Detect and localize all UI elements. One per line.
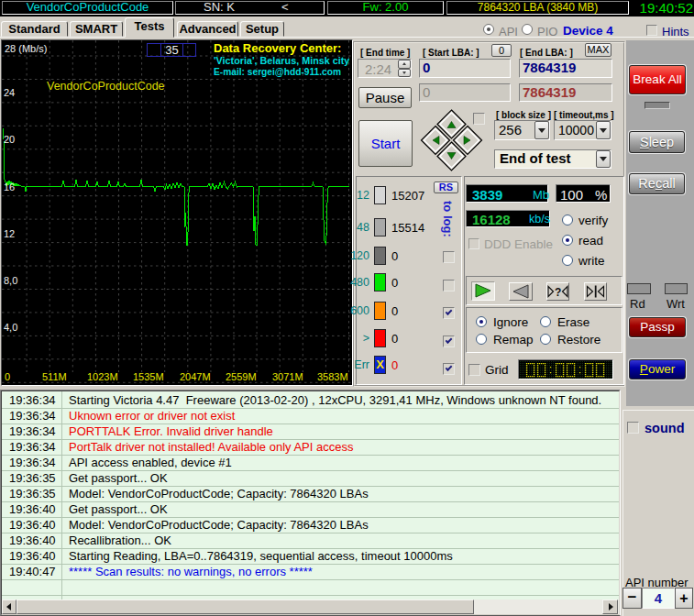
svg-text:2047M: 2047M (180, 371, 211, 382)
svg-text:24: 24 (4, 87, 15, 98)
svg-text:20: 20 (4, 134, 15, 145)
svg-text:35: 35 (165, 43, 178, 57)
svg-text:3071M: 3071M (272, 371, 303, 382)
svg-text:0: 0 (5, 371, 10, 382)
svg-text:28 (Mb/s): 28 (Mb/s) (5, 43, 47, 54)
svg-text:3583M: 3583M (317, 371, 348, 382)
svg-text:1535M: 1535M (133, 371, 164, 382)
svg-text:16: 16 (4, 182, 15, 192)
svg-text:4,0: 4,0 (4, 322, 17, 333)
svg-text:VendorCoProductCode: VendorCoProductCode (47, 80, 165, 93)
svg-text:Data Recovery Center:: Data Recovery Center: (214, 41, 341, 55)
svg-text:511M: 511M (42, 371, 67, 382)
svg-text:1023M: 1023M (87, 371, 118, 382)
svg-text:8,0: 8,0 (4, 275, 17, 286)
svg-text:2559M: 2559M (226, 371, 257, 382)
svg-text:'Victoria', Belarus, Minsk cit: 'Victoria', Belarus, Minsk city (214, 55, 349, 66)
svg-text:E-mail: sergei@hdd-911.com: E-mail: sergei@hdd-911.com (214, 67, 341, 77)
svg-text:?: ? (555, 286, 561, 299)
svg-text:12: 12 (4, 228, 15, 239)
